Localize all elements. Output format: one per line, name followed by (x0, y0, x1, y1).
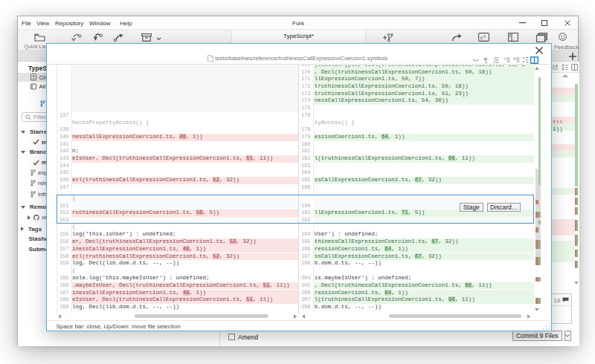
svg-text:c^: c^ (480, 35, 486, 41)
